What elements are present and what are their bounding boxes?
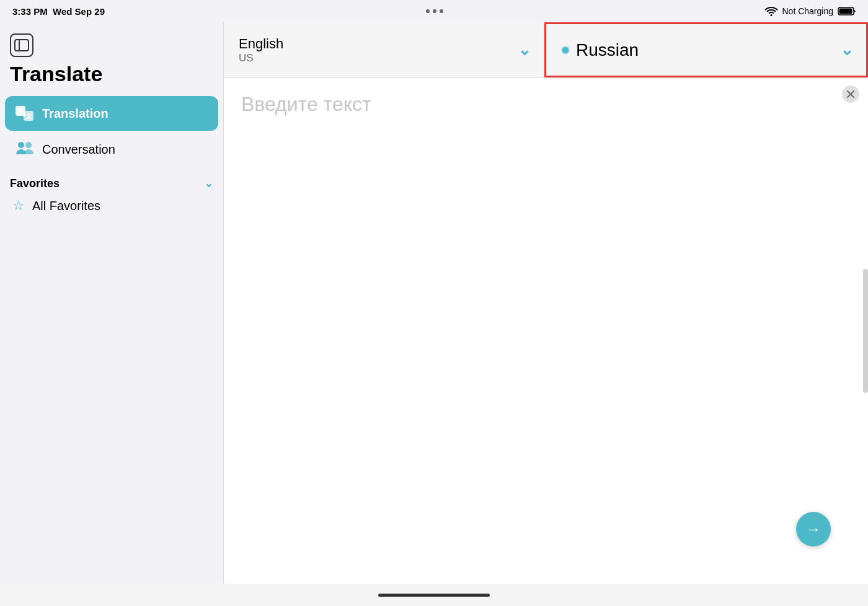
left-lang-chevron-icon: ⌄ [518,40,531,59]
left-lang-name: English [239,36,283,52]
svg-rect-2 [15,40,29,51]
favorites-chevron-icon: ⌄ [204,177,213,190]
home-indicator [0,584,868,606]
translation-label: Translation [42,107,108,121]
all-favorites-item[interactable]: ☆ All Favorites [10,190,213,216]
sidebar: Translate A 文 Translation [0,22,223,584]
charging-status: Not Charging [782,6,834,16]
battery-icon [838,7,856,15]
app-container: Translate A 文 Translation [0,22,868,584]
left-language-selector[interactable]: English US ⌄ [224,22,544,77]
app-title: Translate [0,59,223,96]
status-time: 3:33 PM Wed Sep 29 [12,6,105,17]
main-content: English US ⌄ Russian ⌄ Введ [223,22,868,584]
status-center-dots [426,9,443,13]
lang-active-dot [561,46,570,55]
conversation-label: Conversation [42,143,115,157]
favorites-section: Favorites ⌄ ☆ All Favorites [0,167,223,221]
sidebar-toggle-icon[interactable] [10,33,33,57]
star-icon: ☆ [12,198,25,214]
scrollbar[interactable] [863,269,868,393]
dot2 [433,9,436,13]
language-bar: English US ⌄ Russian ⌄ [224,22,868,78]
close-button[interactable] [842,86,859,103]
svg-point-9 [25,142,32,148]
translation-placeholder: Введите текст [224,78,868,131]
svg-point-8 [18,142,24,148]
dot1 [426,9,430,13]
conversation-icon [15,139,35,159]
translation-area[interactable]: Введите текст → [224,78,868,584]
dot3 [440,9,443,13]
submit-arrow-icon: → [806,520,821,538]
right-language-selector[interactable]: Russian ⌄ [544,22,868,77]
home-bar [378,594,490,597]
left-lang-info: English US [239,36,283,64]
sidebar-header [0,29,223,59]
sidebar-nav: A 文 Translation [0,96,223,167]
sidebar-item-conversation[interactable]: Conversation [5,132,218,167]
wifi-icon [765,6,777,16]
submit-translation-button[interactable]: → [796,512,831,547]
status-bar: 3:33 PM Wed Sep 29 Not Charging [0,0,868,22]
left-lang-region: US [239,52,283,64]
favorites-title: Favorites [10,177,60,190]
favorites-header[interactable]: Favorites ⌄ [10,177,213,190]
status-right: Not Charging [765,6,856,16]
right-lang-name: Russian [576,40,639,60]
svg-rect-1 [839,9,852,14]
all-favorites-label: All Favorites [32,199,100,213]
right-lang-chevron-icon: ⌄ [840,40,854,59]
translation-icon: A 文 [15,103,35,123]
right-lang-content: Russian [561,40,639,60]
svg-text:A: A [18,107,23,115]
sidebar-item-translation[interactable]: A 文 Translation [5,96,218,131]
svg-text:文: 文 [26,113,32,120]
